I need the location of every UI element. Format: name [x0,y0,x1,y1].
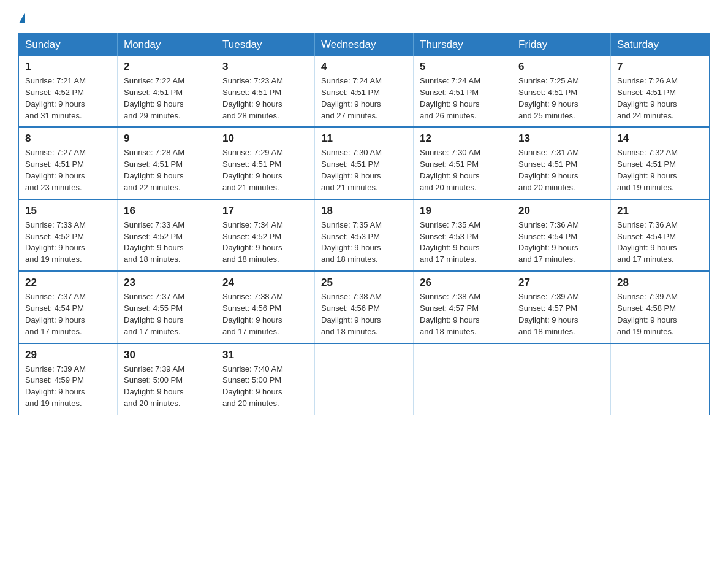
page-header [18,12,710,23]
day-number: 13 [518,132,604,145]
day-number: 15 [25,205,111,217]
day-info: Sunrise: 7:37 AMSunset: 4:55 PMDaylight:… [124,291,210,337]
calendar-cell: 7Sunrise: 7:26 AMSunset: 4:51 PMDaylight… [611,56,710,127]
day-info: Sunrise: 7:29 AMSunset: 4:51 PMDaylight:… [222,147,308,193]
day-number: 18 [321,205,407,217]
calendar-cell: 25Sunrise: 7:38 AMSunset: 4:56 PMDayligh… [315,271,414,343]
calendar-header-wednesday: Wednesday [315,34,414,56]
calendar-cell: 26Sunrise: 7:38 AMSunset: 4:57 PMDayligh… [414,271,512,343]
calendar-week-row: 22Sunrise: 7:37 AMSunset: 4:54 PMDayligh… [19,271,710,343]
day-number: 4 [321,61,407,73]
calendar-header-sunday: Sunday [19,34,118,56]
day-info: Sunrise: 7:38 AMSunset: 4:57 PMDaylight:… [420,291,506,337]
day-info: Sunrise: 7:31 AMSunset: 4:51 PMDaylight:… [518,147,604,193]
day-number: 6 [518,61,604,73]
day-info: Sunrise: 7:35 AMSunset: 4:53 PMDaylight:… [420,220,506,266]
day-info: Sunrise: 7:38 AMSunset: 4:56 PMDaylight:… [222,291,308,337]
day-number: 21 [617,205,703,217]
day-info: Sunrise: 7:34 AMSunset: 4:52 PMDaylight:… [222,220,308,266]
day-number: 23 [124,277,210,289]
calendar-cell: 17Sunrise: 7:34 AMSunset: 4:52 PMDayligh… [216,199,315,271]
calendar-cell: 20Sunrise: 7:36 AMSunset: 4:54 PMDayligh… [512,199,611,271]
calendar-cell: 13Sunrise: 7:31 AMSunset: 4:51 PMDayligh… [512,127,611,199]
day-info: Sunrise: 7:30 AMSunset: 4:51 PMDaylight:… [321,147,407,193]
day-info: Sunrise: 7:24 AMSunset: 4:51 PMDaylight:… [321,75,407,121]
calendar-header-tuesday: Tuesday [216,34,315,56]
calendar-header-friday: Friday [512,34,611,56]
day-number: 8 [25,132,111,145]
calendar-week-row: 29Sunrise: 7:39 AMSunset: 4:59 PMDayligh… [19,343,710,415]
calendar-cell: 18Sunrise: 7:35 AMSunset: 4:53 PMDayligh… [315,199,414,271]
day-info: Sunrise: 7:33 AMSunset: 4:52 PMDaylight:… [124,220,210,266]
day-number: 7 [617,61,703,73]
calendar-week-row: 8Sunrise: 7:27 AMSunset: 4:51 PMDaylight… [19,127,710,199]
calendar-header-monday: Monday [118,34,216,56]
day-info: Sunrise: 7:37 AMSunset: 4:54 PMDaylight:… [25,291,111,337]
day-number: 28 [617,277,703,289]
day-number: 31 [222,349,308,361]
day-number: 16 [124,205,210,217]
day-number: 11 [321,132,407,145]
calendar-cell: 16Sunrise: 7:33 AMSunset: 4:52 PMDayligh… [118,199,216,271]
calendar-cell: 3Sunrise: 7:23 AMSunset: 4:51 PMDaylight… [216,56,315,127]
logo [18,12,25,23]
day-info: Sunrise: 7:23 AMSunset: 4:51 PMDaylight:… [222,75,308,121]
calendar-header-thursday: Thursday [414,34,512,56]
calendar-cell: 24Sunrise: 7:38 AMSunset: 4:56 PMDayligh… [216,271,315,343]
calendar-cell: 27Sunrise: 7:39 AMSunset: 4:57 PMDayligh… [512,271,611,343]
day-number: 24 [222,277,308,289]
day-info: Sunrise: 7:36 AMSunset: 4:54 PMDaylight:… [617,220,703,266]
day-number: 3 [222,61,308,73]
day-info: Sunrise: 7:27 AMSunset: 4:51 PMDaylight:… [25,147,111,193]
logo-triangle-icon [19,12,25,23]
day-info: Sunrise: 7:36 AMSunset: 4:54 PMDaylight:… [518,220,604,266]
calendar-cell: 1Sunrise: 7:21 AMSunset: 4:52 PMDaylight… [19,56,118,127]
day-info: Sunrise: 7:33 AMSunset: 4:52 PMDaylight:… [25,220,111,266]
day-number: 27 [518,277,604,289]
day-number: 1 [25,61,111,73]
day-info: Sunrise: 7:24 AMSunset: 4:51 PMDaylight:… [420,75,506,121]
calendar-cell: 10Sunrise: 7:29 AMSunset: 4:51 PMDayligh… [216,127,315,199]
day-info: Sunrise: 7:39 AMSunset: 4:57 PMDaylight:… [518,291,604,337]
day-number: 19 [420,205,506,217]
day-info: Sunrise: 7:40 AMSunset: 5:00 PMDaylight:… [222,364,308,410]
calendar-week-row: 1Sunrise: 7:21 AMSunset: 4:52 PMDaylight… [19,56,710,127]
calendar-cell [512,343,611,415]
calendar-cell: 30Sunrise: 7:39 AMSunset: 5:00 PMDayligh… [118,343,216,415]
calendar-cell: 11Sunrise: 7:30 AMSunset: 4:51 PMDayligh… [315,127,414,199]
calendar-cell: 2Sunrise: 7:22 AMSunset: 4:51 PMDaylight… [118,56,216,127]
calendar-cell: 14Sunrise: 7:32 AMSunset: 4:51 PMDayligh… [611,127,710,199]
day-number: 26 [420,277,506,289]
calendar-cell: 23Sunrise: 7:37 AMSunset: 4:55 PMDayligh… [118,271,216,343]
calendar-cell: 6Sunrise: 7:25 AMSunset: 4:51 PMDaylight… [512,56,611,127]
calendar-cell: 29Sunrise: 7:39 AMSunset: 4:59 PMDayligh… [19,343,118,415]
calendar-cell [414,343,512,415]
day-number: 17 [222,205,308,217]
day-info: Sunrise: 7:39 AMSunset: 5:00 PMDaylight:… [124,364,210,410]
calendar-cell: 4Sunrise: 7:24 AMSunset: 4:51 PMDaylight… [315,56,414,127]
day-number: 5 [420,61,506,73]
calendar-week-row: 15Sunrise: 7:33 AMSunset: 4:52 PMDayligh… [19,199,710,271]
calendar-cell [315,343,414,415]
day-info: Sunrise: 7:28 AMSunset: 4:51 PMDaylight:… [124,147,210,193]
calendar-cell: 21Sunrise: 7:36 AMSunset: 4:54 PMDayligh… [611,199,710,271]
calendar-cell: 31Sunrise: 7:40 AMSunset: 5:00 PMDayligh… [216,343,315,415]
day-number: 20 [518,205,604,217]
day-number: 10 [222,132,308,145]
calendar-header-saturday: Saturday [611,34,710,56]
day-number: 25 [321,277,407,289]
day-info: Sunrise: 7:39 AMSunset: 4:58 PMDaylight:… [617,291,703,337]
day-info: Sunrise: 7:22 AMSunset: 4:51 PMDaylight:… [124,75,210,121]
day-info: Sunrise: 7:38 AMSunset: 4:56 PMDaylight:… [321,291,407,337]
day-info: Sunrise: 7:35 AMSunset: 4:53 PMDaylight:… [321,220,407,266]
calendar-cell: 8Sunrise: 7:27 AMSunset: 4:51 PMDaylight… [19,127,118,199]
day-number: 9 [124,132,210,145]
day-info: Sunrise: 7:26 AMSunset: 4:51 PMDaylight:… [617,75,703,121]
day-number: 30 [124,349,210,361]
day-info: Sunrise: 7:25 AMSunset: 4:51 PMDaylight:… [518,75,604,121]
calendar-cell: 12Sunrise: 7:30 AMSunset: 4:51 PMDayligh… [414,127,512,199]
calendar-cell: 15Sunrise: 7:33 AMSunset: 4:52 PMDayligh… [19,199,118,271]
calendar-cell: 5Sunrise: 7:24 AMSunset: 4:51 PMDaylight… [414,56,512,127]
calendar-cell: 9Sunrise: 7:28 AMSunset: 4:51 PMDaylight… [118,127,216,199]
day-info: Sunrise: 7:21 AMSunset: 4:52 PMDaylight:… [25,75,111,121]
